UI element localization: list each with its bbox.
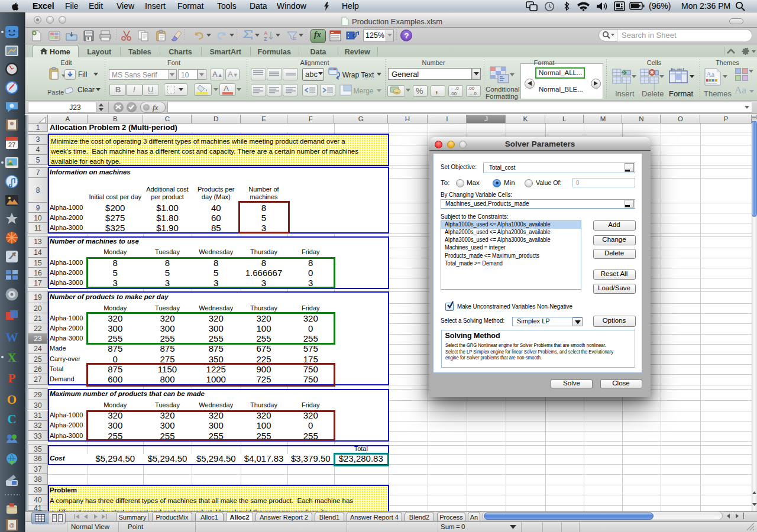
svg-text:P: P [8,371,16,385]
svg-text:O: O [7,392,17,407]
svg-text:X: X [7,351,16,365]
svg-text:Aa: Aa [706,70,715,79]
svg-text:A: A [264,30,268,36]
svg-text:W: W [6,330,18,345]
svg-text:@: @ [9,523,14,528]
svg-text:C: C [7,412,16,426]
svg-text:27: 27 [8,141,15,148]
svg-text:Z: Z [264,36,267,42]
